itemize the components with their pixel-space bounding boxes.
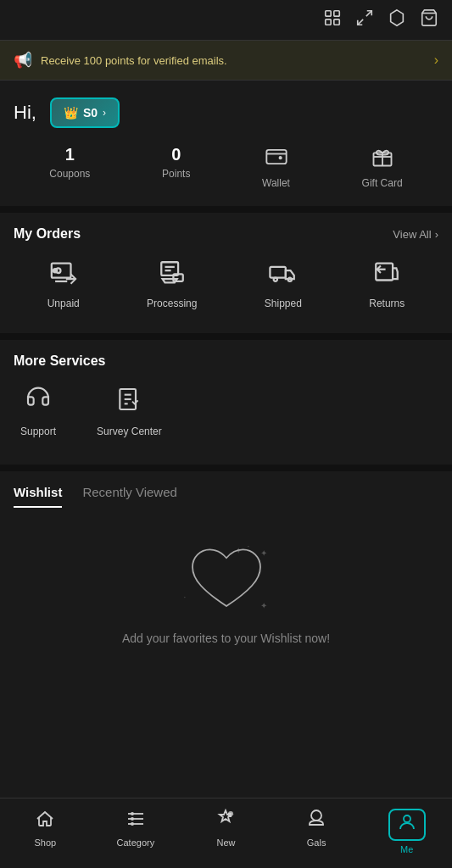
nav-category[interactable]: Category bbox=[91, 805, 181, 858]
home-icon bbox=[35, 809, 55, 834]
points-stat[interactable]: 0 Points bbox=[162, 145, 190, 189]
shipped-label: Shipped bbox=[265, 298, 302, 309]
tab-recently-viewed[interactable]: Recently Viewed bbox=[82, 485, 176, 508]
svg-point-23 bbox=[274, 278, 277, 281]
services-title: More Services bbox=[14, 353, 106, 369]
svg-rect-22 bbox=[270, 267, 285, 278]
speaker-icon: 📢 bbox=[14, 51, 32, 70]
nav-shop[interactable]: Shop bbox=[0, 805, 91, 858]
coupons-value: 1 bbox=[65, 145, 75, 164]
top-bar bbox=[0, 0, 452, 40]
points-value: 0 bbox=[171, 145, 181, 164]
support-icon bbox=[25, 386, 52, 419]
returns-icon bbox=[372, 259, 401, 291]
svg-rect-0 bbox=[326, 11, 331, 16]
new-label: New bbox=[216, 837, 235, 848]
shop-label: Shop bbox=[34, 837, 56, 848]
wishlist-heart-illustration: ✦ · ✦ · ✦ bbox=[184, 542, 269, 618]
processing-icon bbox=[158, 259, 187, 291]
gals-icon bbox=[306, 809, 326, 834]
orders-section-header: My Orders View All › bbox=[0, 213, 452, 252]
expand-icon[interactable] bbox=[355, 8, 374, 31]
processing-label: Processing bbox=[147, 298, 197, 309]
profile-section: Hi, 👑 S0 › bbox=[0, 81, 452, 136]
svg-rect-3 bbox=[334, 19, 339, 25]
shipped-icon bbox=[269, 259, 298, 291]
svg-line-4 bbox=[366, 11, 371, 16]
me-label: Me bbox=[400, 844, 413, 854]
membership-arrow: › bbox=[103, 107, 106, 119]
nav-new[interactable]: N New bbox=[181, 805, 271, 858]
coupons-stat[interactable]: 1 Coupons bbox=[49, 145, 90, 189]
notification-banner[interactable]: 📢 Receive 100 points for verified emails… bbox=[0, 40, 452, 81]
me-active-indicator bbox=[388, 809, 426, 841]
svg-point-36 bbox=[131, 822, 134, 826]
orders-view-all[interactable]: View All › bbox=[393, 228, 438, 241]
svg-point-34 bbox=[131, 817, 134, 821]
hexagon-icon[interactable] bbox=[388, 8, 406, 31]
wallet-stat[interactable]: Wallet bbox=[262, 145, 290, 189]
support-label: Support bbox=[20, 426, 56, 437]
support-service[interactable]: Support bbox=[14, 379, 63, 444]
points-label: Points bbox=[162, 168, 190, 180]
svg-point-17 bbox=[55, 268, 60, 273]
bag-icon[interactable] bbox=[420, 8, 438, 31]
notification-text: Receive 100 points for verified emails. bbox=[41, 54, 426, 67]
svg-marker-6 bbox=[391, 10, 404, 25]
services-grid: Support Survey Center bbox=[0, 379, 452, 451]
returns-label: Returns bbox=[369, 298, 405, 309]
crown-icon: 👑 bbox=[64, 106, 78, 120]
svg-rect-1 bbox=[334, 11, 339, 16]
category-icon bbox=[126, 809, 146, 834]
profile-greeting: Hi, bbox=[14, 102, 36, 124]
svg-line-5 bbox=[358, 19, 363, 25]
order-returns[interactable]: Returns bbox=[362, 252, 411, 316]
order-unpaid[interactable]: Unpaid bbox=[41, 252, 86, 316]
svg-point-39 bbox=[404, 815, 410, 822]
giftcard-label: Gift Card bbox=[362, 177, 403, 189]
order-processing[interactable]: Processing bbox=[140, 252, 204, 316]
notification-arrow: › bbox=[434, 53, 438, 68]
giftcard-icon bbox=[371, 145, 394, 174]
unpaid-icon bbox=[49, 259, 78, 291]
nav-gals[interactable]: Gals bbox=[271, 805, 362, 858]
unpaid-label: Unpaid bbox=[47, 298, 80, 309]
svg-point-32 bbox=[131, 812, 134, 815]
svg-rect-8 bbox=[266, 150, 286, 164]
order-shipped[interactable]: Shipped bbox=[258, 252, 309, 316]
wishlist-section: Wishlist Recently Viewed ✦ · ✦ · ✦ Add y… bbox=[0, 471, 452, 670]
membership-badge[interactable]: 👑 S0 › bbox=[50, 97, 120, 128]
svg-rect-2 bbox=[326, 19, 331, 25]
tab-wishlist[interactable]: Wishlist bbox=[14, 485, 62, 508]
services-header: More Services bbox=[0, 340, 452, 379]
orders-grid: Unpaid Processing Shipped bbox=[0, 252, 452, 340]
category-label: Category bbox=[117, 837, 155, 848]
gals-label: Gals bbox=[307, 837, 326, 848]
survey-center-service[interactable]: Survey Center bbox=[90, 379, 169, 444]
stats-row: 1 Coupons 0 Points Wallet Gift Card bbox=[0, 136, 452, 213]
svg-text:N: N bbox=[229, 813, 232, 817]
nav-me[interactable]: Me bbox=[361, 805, 452, 858]
survey-icon bbox=[115, 386, 142, 419]
new-icon: N bbox=[215, 809, 236, 834]
giftcard-stat[interactable]: Gift Card bbox=[362, 145, 403, 189]
star-decoration: · bbox=[184, 593, 187, 602]
wishlist-empty-message: Add your favorites to your Wishlist now! bbox=[122, 632, 330, 645]
coupons-label: Coupons bbox=[49, 168, 90, 180]
wishlist-tabs: Wishlist Recently Viewed bbox=[0, 471, 452, 508]
wishlist-empty-state: ✦ · ✦ · ✦ Add your favorites to your Wis… bbox=[0, 508, 452, 670]
more-services-section: More Services Support bbox=[0, 340, 452, 471]
bottom-nav: Shop Category N New bbox=[0, 798, 452, 868]
wallet-icon bbox=[265, 145, 288, 174]
me-icon bbox=[397, 815, 417, 837]
grid-icon[interactable] bbox=[323, 8, 342, 31]
survey-center-label: Survey Center bbox=[97, 426, 162, 437]
wallet-label: Wallet bbox=[262, 177, 290, 189]
membership-label: S0 bbox=[83, 106, 98, 120]
orders-title: My Orders bbox=[14, 226, 81, 242]
